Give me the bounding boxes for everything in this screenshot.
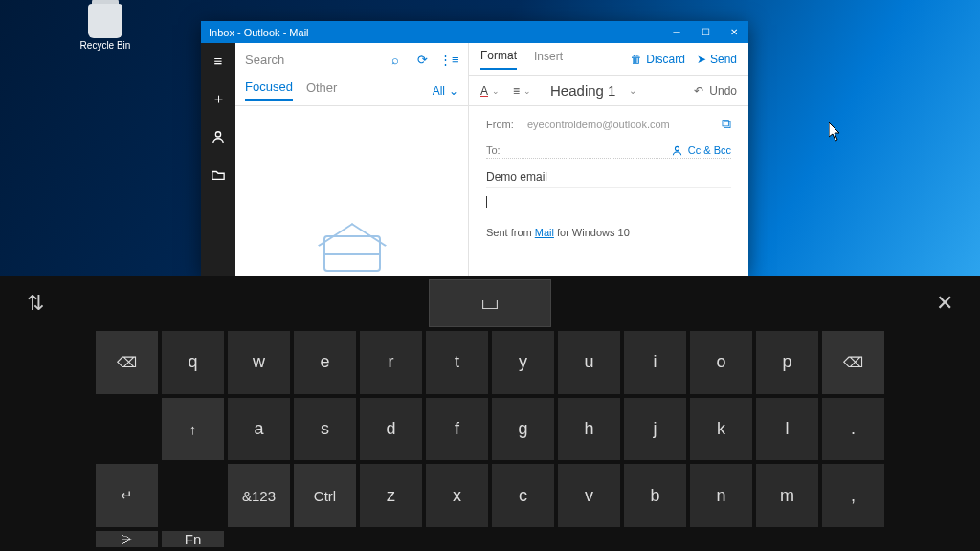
key-e[interactable]: e xyxy=(294,331,356,394)
discard-button[interactable]: 🗑 Discard xyxy=(631,53,685,66)
minimize-button[interactable]: ─ xyxy=(662,21,691,43)
key-x[interactable]: x xyxy=(426,464,488,527)
keyboard-close-button[interactable]: ✕ xyxy=(936,291,953,316)
select-icon[interactable]: ⋮≡ xyxy=(439,53,458,67)
key-v[interactable]: v xyxy=(558,464,620,527)
key-o[interactable]: o xyxy=(690,331,752,394)
key-l[interactable]: l xyxy=(756,398,818,461)
cursor-icon xyxy=(829,122,842,142)
key-a[interactable]: a xyxy=(228,398,290,461)
key-g[interactable]: g xyxy=(492,398,554,461)
popout-icon[interactable]: ⧉ xyxy=(722,116,731,132)
undo-button[interactable]: ↶ Undo xyxy=(694,84,737,98)
envelope-icon xyxy=(323,235,381,272)
folders-button[interactable] xyxy=(201,162,235,188)
key-z[interactable]: z xyxy=(360,464,422,527)
send-icon: ➤ xyxy=(697,53,706,66)
key-k[interactable]: k xyxy=(690,398,752,461)
tab-focused[interactable]: Focused xyxy=(245,79,293,101)
key-[interactable]: . xyxy=(822,398,884,461)
key-m[interactable]: m xyxy=(756,464,818,527)
key-s[interactable]: s xyxy=(294,398,356,461)
paragraph-button[interactable]: ≡ ⌄ xyxy=(513,84,531,98)
tab-format[interactable]: Format xyxy=(480,49,517,70)
inbox-pane: Search ⌕ ⟳ ⋮≡ Focused Other All ⌄ xyxy=(235,43,469,276)
window-title: Inbox - Outlook - Mail xyxy=(209,27,309,38)
body-input[interactable] xyxy=(486,196,731,215)
from-label: From: xyxy=(486,119,520,130)
key-123[interactable]: &123 xyxy=(228,464,290,527)
chevron-down-icon: ⌄ xyxy=(523,86,531,96)
key-[interactable]: ↑ xyxy=(162,398,224,461)
key-b[interactable]: b xyxy=(624,464,686,527)
inbox-empty xyxy=(235,106,468,276)
to-row[interactable]: To: Cc & Bcc xyxy=(486,143,731,159)
svg-point-0 xyxy=(215,132,220,137)
menu-button[interactable]: ≡ xyxy=(201,47,235,74)
key-h[interactable]: h xyxy=(558,398,620,461)
key-[interactable]: ⩥ xyxy=(96,531,158,547)
key-w[interactable]: w xyxy=(228,331,290,394)
refresh-icon[interactable]: ⟳ xyxy=(412,53,432,67)
key-[interactable]: , xyxy=(822,464,884,527)
ccbcc-button[interactable]: Cc & Bcc xyxy=(672,144,731,156)
keyboard-swap-button[interactable]: ⇅ xyxy=(27,291,44,316)
space-key[interactable]: ⌴ xyxy=(429,279,551,327)
recycle-bin[interactable]: Recycle Bin xyxy=(77,4,134,51)
key-y[interactable]: y xyxy=(492,331,554,394)
compose-pane: Format Insert Options 🗑 Discard ➤ Send A… xyxy=(469,43,748,276)
send-button[interactable]: ➤ Send xyxy=(697,53,737,66)
key-ctrl[interactable]: Ctrl xyxy=(294,464,356,527)
mail-link[interactable]: Mail xyxy=(535,227,554,238)
search-row: Search ⌕ ⟳ ⋮≡ xyxy=(235,43,468,76)
filter-all[interactable]: All ⌄ xyxy=(433,84,458,98)
key-f[interactable]: f xyxy=(426,398,488,461)
compose-tabs-row: Format Insert Options 🗑 Discard ➤ Send xyxy=(469,43,748,76)
key-p[interactable]: p xyxy=(756,331,818,394)
key-c[interactable]: c xyxy=(492,464,554,527)
from-row: From: eyecontroldemo@outlook.com ⧉ xyxy=(486,114,731,135)
left-rail: ≡ ＋ xyxy=(201,43,235,276)
key-[interactable]: ↵ xyxy=(96,464,158,527)
inbox-tabs: Focused Other All ⌄ xyxy=(235,76,468,106)
key-d[interactable]: d xyxy=(360,398,422,461)
key-q[interactable]: q xyxy=(162,331,224,394)
subject-input[interactable]: Demo email xyxy=(486,166,731,188)
key-u[interactable]: u xyxy=(558,331,620,394)
from-value: eyecontroldemo@outlook.com xyxy=(527,119,714,130)
format-toolbar: A ⌄ ≡ ⌄ Heading 1 ⌄ ↶ Undo xyxy=(469,76,748,106)
tab-other[interactable]: Other xyxy=(306,80,338,100)
to-label: To: xyxy=(486,144,520,156)
person-icon xyxy=(212,130,225,143)
style-heading[interactable]: Heading 1 xyxy=(550,82,615,99)
close-button[interactable]: ✕ xyxy=(720,21,748,43)
chevron-down-icon: ⌄ xyxy=(492,86,500,96)
tab-insert[interactable]: Insert xyxy=(534,50,563,69)
key-[interactable]: ⌫ xyxy=(96,331,158,394)
folder-icon xyxy=(212,169,225,181)
search-input[interactable]: Search xyxy=(245,53,378,67)
onscreen-keyboard: ⇅ ⌴ ✕ ⌫qwertyuiop⌫↑asdfghjkl.↵&123Ctrlzx… xyxy=(0,276,980,551)
trash-icon: 🗑 xyxy=(631,53,642,66)
new-mail-button[interactable]: ＋ xyxy=(201,85,235,112)
key-i[interactable]: i xyxy=(624,331,686,394)
key-r[interactable]: r xyxy=(360,331,422,394)
key-j[interactable]: j xyxy=(624,398,686,461)
person-icon xyxy=(672,145,682,156)
recycle-bin-icon xyxy=(88,4,122,38)
key-[interactable]: ⌫ xyxy=(822,331,884,394)
titlebar[interactable]: Inbox - Outlook - Mail ─ ☐ ✕ xyxy=(201,21,748,43)
style-chevron[interactable]: ⌄ xyxy=(629,85,636,96)
mail-window: Inbox - Outlook - Mail ─ ☐ ✕ ≡ ＋ Search … xyxy=(201,21,748,276)
signature: Sent from Mail for Windows 10 xyxy=(486,227,731,238)
search-icon[interactable]: ⌕ xyxy=(386,53,405,67)
maximize-button[interactable]: ☐ xyxy=(691,21,720,43)
undo-icon: ↶ xyxy=(694,84,703,98)
font-button[interactable]: A ⌄ xyxy=(480,84,500,98)
key-fn[interactable]: Fn xyxy=(162,531,224,547)
people-button[interactable] xyxy=(201,123,235,150)
key-n[interactable]: n xyxy=(690,464,752,527)
key-grid: ⌫qwertyuiop⌫↑asdfghjkl.↵&123Ctrlzxcvbnm,… xyxy=(0,331,980,551)
key-t[interactable]: t xyxy=(426,331,488,394)
svg-point-1 xyxy=(675,146,679,150)
